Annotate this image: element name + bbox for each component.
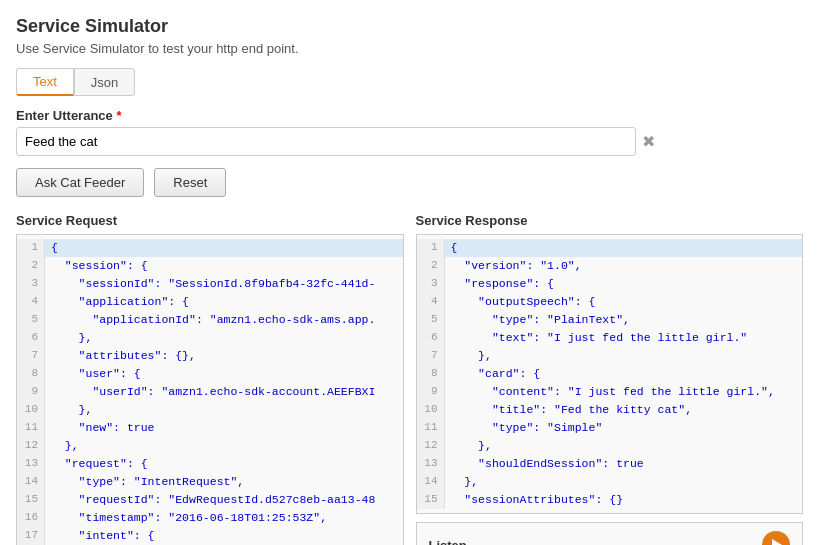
request-line: 9 "userId": "amzn1.echo-sdk-account.AEEF… xyxy=(17,383,403,401)
response-line: 8 "card": { xyxy=(417,365,803,383)
request-line: 10 }, xyxy=(17,401,403,419)
play-icon xyxy=(772,539,782,545)
page-title: Service Simulator xyxy=(16,16,803,37)
tab-text[interactable]: Text xyxy=(16,68,74,96)
request-line: 4 "application": { xyxy=(17,293,403,311)
tab-json[interactable]: Json xyxy=(74,68,135,96)
ask-button[interactable]: Ask Cat Feeder xyxy=(16,168,144,197)
response-line: 12 }, xyxy=(417,437,803,455)
request-line: 8 "user": { xyxy=(17,365,403,383)
request-line: 16 "timestamp": "2016-06-18T01:25:53Z", xyxy=(17,509,403,527)
play-button[interactable] xyxy=(762,531,790,545)
action-buttons: Ask Cat Feeder Reset xyxy=(16,168,803,197)
utterance-label: Enter Utterance * xyxy=(16,108,803,123)
tab-bar: Text Json xyxy=(16,68,803,96)
service-request-title: Service Request xyxy=(16,213,404,228)
response-line: 6 "text": "I just fed the little girl." xyxy=(417,329,803,347)
service-response-title: Service Response xyxy=(416,213,804,228)
response-line: 7 }, xyxy=(417,347,803,365)
response-line: 11 "type": "Simple" xyxy=(417,419,803,437)
request-line: 2 "session": { xyxy=(17,257,403,275)
listen-label: Listen xyxy=(429,538,467,546)
panels: Service Request 1{ 2 "session": {3 "sess… xyxy=(16,213,803,545)
response-line: 5 "type": "PlainText", xyxy=(417,311,803,329)
service-response-panel: Service Response 1{2 "version": "1.0",3 … xyxy=(416,213,804,545)
utterance-input[interactable] xyxy=(16,127,636,156)
response-line: 14 }, xyxy=(417,473,803,491)
request-line: 1{ xyxy=(17,239,403,257)
listen-bar: Listen xyxy=(416,522,804,545)
request-line: 3 "sessionId": "SessionId.8f9bafb4-32fc-… xyxy=(17,275,403,293)
reset-button[interactable]: Reset xyxy=(154,168,226,197)
response-line: 9 "content": "I just fed the little girl… xyxy=(417,383,803,401)
request-line: 17 "intent": { xyxy=(17,527,403,545)
request-line: 12 }, xyxy=(17,437,403,455)
utterance-row: ✖ xyxy=(16,127,803,156)
response-line: 4 "outputSpeech": { xyxy=(417,293,803,311)
request-line: 15 "requestId": "EdwRequestId.d527c8eb-a… xyxy=(17,491,403,509)
service-request-panel: Service Request 1{ 2 "session": {3 "sess… xyxy=(16,213,404,545)
request-line: 5 "applicationId": "amzn1.echo-sdk-ams.a… xyxy=(17,311,403,329)
service-request-code[interactable]: 1{ 2 "session": {3 "sessionId": "Session… xyxy=(16,234,404,545)
request-line: 13 "request": { xyxy=(17,455,403,473)
service-response-code[interactable]: 1{2 "version": "1.0",3 "response": {4 "o… xyxy=(416,234,804,514)
response-line: 1{ xyxy=(417,239,803,257)
response-line: 15 "sessionAttributes": {} xyxy=(417,491,803,509)
response-line: 13 "shouldEndSession": true xyxy=(417,455,803,473)
request-line: 6 }, xyxy=(17,329,403,347)
page-subtitle: Use Service Simulator to test your http … xyxy=(16,41,803,56)
response-line: 10 "title": "Fed the kitty cat", xyxy=(417,401,803,419)
response-line: 3 "response": { xyxy=(417,275,803,293)
request-line: 11 "new": true xyxy=(17,419,403,437)
clear-utterance-button[interactable]: ✖ xyxy=(642,134,655,150)
request-line: 7 "attributes": {}, xyxy=(17,347,403,365)
request-line: 14 "type": "IntentRequest", xyxy=(17,473,403,491)
response-line: 2 "version": "1.0", xyxy=(417,257,803,275)
